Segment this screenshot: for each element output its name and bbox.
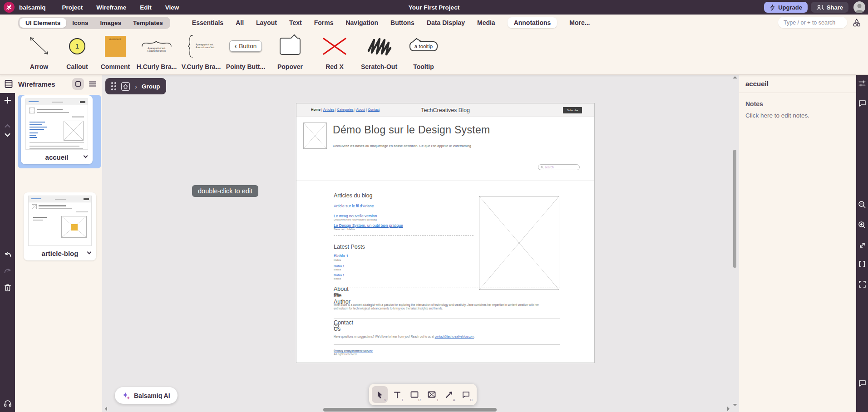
wf-subscribe-button[interactable]: Subscribe [563,107,582,113]
wf-contact-body[interactable]: Have questions or suggestions? We'd love… [334,335,551,338]
wf-article-desc[interactable]: Découvrez les nouveautés du wcag [334,218,377,221]
category-data-display[interactable]: Data Display [427,19,465,26]
thumbnail-menu-chevron-icon[interactable] [87,250,92,255]
palette-item-vcurly[interactable]: A paragraph of text.A second row of text… [179,31,223,74]
shapes-icon[interactable] [852,17,863,28]
drag-handle-icon[interactable] [111,82,116,90]
vertical-scrollbar[interactable] [733,150,736,268]
menu-view[interactable]: View [165,4,179,11]
fit-view-icon[interactable] [856,280,868,288]
palette-item-callout[interactable]: 1 Callout [58,31,96,74]
wf-articles-heading[interactable]: Articles du blog [334,192,372,199]
palette-item-red-x[interactable]: Red X [312,31,357,74]
wf-latest-link[interactable]: Blabla 1 [334,265,345,268]
scroll-down-arrow[interactable] [733,404,737,406]
palette-item-tooltip[interactable]: a tooltip Tooltip [401,31,446,74]
move-up-icon[interactable] [0,124,15,128]
scroll-left-arrow[interactable] [105,407,107,411]
category-all[interactable]: All [236,19,244,26]
category-layout[interactable]: Layout [256,19,277,26]
category-text[interactable]: Text [289,19,302,26]
balsamiq-ai-button[interactable]: Balsamiq AI [115,387,178,404]
move-down-icon[interactable] [0,133,15,137]
text-tool[interactable]: T [389,386,405,403]
zoom-in-icon[interactable] [856,221,868,229]
headset-icon[interactable] [0,400,15,407]
wf-footer[interactable]: © 2024 TechCreatives Blog. All rights re… [334,349,373,353]
comments-panel-icon[interactable] [856,100,868,107]
category-buttons[interactable]: Buttons [390,19,414,26]
horizontal-scrollbar[interactable] [323,408,497,412]
palette-item-pointy-button[interactable]: ‹Button Pointy Butt... [223,31,268,74]
list-view-toggle[interactable] [87,78,99,90]
segment-ui-elements[interactable]: UI Elements [20,18,66,28]
share-button[interactable]: Share [811,2,848,13]
wf-latest-link[interactable]: Blabla 1 [334,254,349,258]
wf-latest-desc[interactable]: blabla [334,268,341,271]
comment-tool[interactable]: C [458,386,474,403]
zoom-out-icon[interactable] [856,201,868,209]
wf-hero-title[interactable]: Démo Blog sur le Design System [333,124,490,136]
wf-latest-heading[interactable]: Latest Posts [334,244,365,250]
fullscreen-icon[interactable] [856,241,868,249]
wf-latest-desc[interactable]: blabla [334,259,341,261]
wf-latest-link[interactable]: Blabla 1 [334,274,345,277]
group-breadcrumb[interactable]: › Group [105,78,166,94]
editor-canvas[interactable]: › Group double-click to edit Home|Articl… [102,75,737,412]
category-media[interactable]: Media [477,19,495,26]
rectangle-tool[interactable]: R [406,386,422,403]
palette-item-scratch-out[interactable]: Scratch-Out [357,31,401,74]
segment-templates[interactable]: Templates [127,18,169,28]
thumbnail-menu-chevron-icon[interactable] [84,154,88,158]
wf-image-placeholder[interactable] [479,196,559,290]
balsamiq-logo-icon[interactable] [4,2,15,13]
library-search-input[interactable] [778,17,847,28]
notes-edit-area[interactable]: Click here to edit notes. [745,112,850,119]
home-icon[interactable] [121,82,130,91]
palette-item-popover[interactable]: Popover [268,31,312,74]
wf-contact-heading[interactable]: Contact Us [334,324,339,328]
wf-article-desc[interactable]: Dans cet... blabla [334,228,355,231]
add-wireframe-button[interactable] [0,97,15,104]
wireframe-group-object[interactable]: Home|Articles|Categories|About|Contact T… [296,103,595,363]
segment-images[interactable]: Images [94,18,128,28]
scroll-right-arrow[interactable] [727,407,730,411]
wf-article-link[interactable]: Le Design System, un outil bien pratique [334,223,403,228]
select-tool[interactable]: V [372,386,388,403]
wf-hero-subtitle[interactable]: Découvrez les bases du maquettage en bas… [333,144,471,148]
image-tool[interactable]: I [424,386,439,403]
undo-button[interactable] [0,251,15,258]
wf-logo-placeholder[interactable] [303,123,327,149]
inspector-toggle-icon[interactable] [856,79,868,88]
brackets-icon[interactable] [856,260,868,268]
feedback-comment-icon[interactable] [856,380,868,387]
menu-balsamiq[interactable]: balsamiq [19,4,46,11]
category-navigation[interactable]: Navigation [345,19,378,26]
wf-about-body[interactable]: Mike Scott is a content strategist with … [334,303,551,310]
menu-wireframe[interactable]: Wireframe [96,4,126,11]
category-annotations[interactable]: Annotations [508,17,557,28]
wf-article-link[interactable]: Le wcag nouvelle version [334,214,377,218]
wf-article-link[interactable]: Article sur le fil d'Ariane [334,204,374,208]
category-forms[interactable]: Forms [314,19,334,26]
arrow-tool[interactable]: A [441,386,457,403]
category-essentials[interactable]: Essentials [192,19,223,26]
upgrade-button[interactable]: Upgrade [764,2,808,13]
thumbnail-view-toggle[interactable] [72,78,84,90]
menu-edit[interactable]: Edit [140,4,152,11]
scroll-up-arrow[interactable] [733,76,737,78]
wf-about-heading[interactable]: About the Author [334,293,339,297]
redo-button[interactable] [0,267,15,274]
wf-email-link[interactable]: contact@techcreativeblog.com [435,335,474,338]
delete-wireframe-button[interactable] [0,284,15,292]
menu-project[interactable]: Project [62,4,83,11]
wireframe-thumbnail-article-blog[interactable]: article-blog [24,192,96,260]
wireframe-thumbnail-accueil[interactable]: accueil [21,95,93,164]
wf-search-field[interactable]: search [538,164,580,170]
palette-item-comment[interactable]: A comment: Comment [96,31,134,74]
palette-item-hcurly[interactable]: A paragraph of text.A second row of text… [134,31,179,74]
user-avatar[interactable] [853,1,865,13]
wf-site-title[interactable]: TechCreatives Blog [296,107,594,113]
category-more[interactable]: More... [569,19,590,26]
palette-item-arrow[interactable]: Arrow [20,31,58,74]
